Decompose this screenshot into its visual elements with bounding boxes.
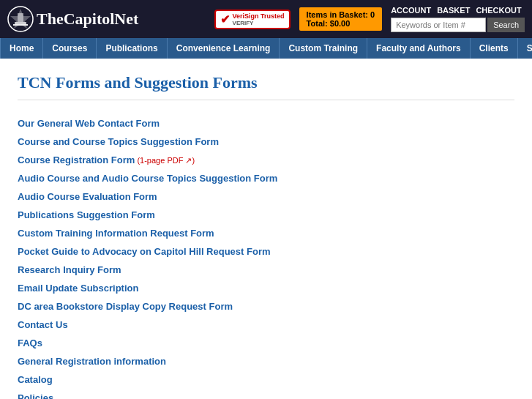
- forms-list: Our General Web Contact FormCourse and C…: [18, 118, 514, 399]
- site-header: TheCapitolNet ✔ VeriSign Trusted VERIFY …: [0, 0, 532, 38]
- list-item: Course Registration Form (1-page PDF ↗): [18, 154, 514, 165]
- form-link-12[interactable]: FAQs: [18, 338, 42, 348]
- list-item: Email Update Subscription: [18, 283, 514, 294]
- list-item: Pocket Guide to Advocacy on Capitol Hill…: [18, 246, 514, 257]
- main-nav: HomeCoursesPublicationsConvenience Learn…: [0, 38, 532, 59]
- list-item: Publications Suggestion Form: [18, 209, 514, 220]
- basket-link[interactable]: BASKET: [437, 6, 470, 15]
- account-link[interactable]: ACCOUNT: [391, 6, 431, 15]
- list-item: Policies: [18, 392, 514, 399]
- main-content: TCN Forms and Suggestion Forms Our Gener…: [0, 59, 532, 399]
- list-item: General Registration information: [18, 356, 514, 367]
- nav-item-home[interactable]: Home: [0, 38, 43, 59]
- form-link-1[interactable]: Course and Course Topics Suggestion Form: [18, 136, 219, 147]
- list-item: Course and Course Topics Suggestion Form: [18, 136, 514, 147]
- verisign-verify: VERIFY: [233, 20, 285, 26]
- nav-item-custom-training[interactable]: Custom Training: [280, 38, 367, 59]
- form-link-2[interactable]: Course Registration Form: [18, 154, 135, 165]
- nav-item-publications[interactable]: Publications: [97, 38, 167, 59]
- basket-line2: Total: $0.00: [307, 19, 375, 28]
- form-link-15[interactable]: Policies: [18, 392, 53, 399]
- form-link-3[interactable]: Audio Course and Audio Course Topics Sug…: [18, 173, 277, 184]
- basket-area[interactable]: Items in Basket: 0 Total: $0.00: [299, 7, 383, 31]
- logo-area[interactable]: TheCapitolNet: [7, 6, 138, 32]
- form-link-0[interactable]: Our General Web Contact Form: [18, 118, 160, 129]
- pdf-label-2: (1-page PDF ↗): [135, 156, 195, 165]
- list-item: DC area Bookstore Display Copy Request F…: [18, 301, 514, 312]
- list-item: Research Inquiry Form: [18, 264, 514, 275]
- nav-item-store[interactable]: Store: [518, 38, 532, 59]
- logo-icon: [7, 6, 34, 32]
- nav-item-courses[interactable]: Courses: [43, 38, 97, 59]
- list-item: Contact Us: [18, 319, 514, 330]
- svg-rect-3: [15, 22, 26, 24]
- form-link-11[interactable]: Contact Us: [18, 319, 68, 330]
- header-links: ACCOUNT BASKET CHECKOUT: [391, 6, 525, 15]
- search-input[interactable]: [391, 18, 486, 32]
- form-link-14[interactable]: Catalog: [18, 374, 53, 385]
- logo-text: TheCapitolNet: [37, 10, 138, 29]
- verisign-badge[interactable]: ✔ VeriSign Trusted VERIFY: [214, 10, 291, 29]
- page-title: TCN Forms and Suggestion Forms: [18, 73, 514, 100]
- verisign-label: VeriSign Trusted: [233, 12, 285, 20]
- nav-item-faculty-and-authors[interactable]: Faculty and Authors: [367, 38, 471, 59]
- nav-item-clients[interactable]: Clients: [471, 38, 518, 59]
- svg-rect-2: [18, 13, 23, 22]
- list-item: FAQs: [18, 338, 514, 348]
- form-link-9[interactable]: Email Update Subscription: [18, 283, 138, 294]
- form-link-10[interactable]: DC area Bookstore Display Copy Request F…: [18, 301, 233, 312]
- svg-rect-4: [13, 24, 28, 26]
- form-link-7[interactable]: Pocket Guide to Advocacy on Capitol Hill…: [18, 246, 271, 257]
- form-link-8[interactable]: Research Inquiry Form: [18, 264, 121, 275]
- list-item: Our General Web Contact Form: [18, 118, 514, 129]
- checkout-link[interactable]: CHECKOUT: [476, 6, 521, 15]
- form-link-4[interactable]: Audio Course Evaluation Form: [18, 191, 157, 202]
- form-link-13[interactable]: General Registration information: [18, 356, 166, 367]
- list-item: Audio Course Evaluation Form: [18, 191, 514, 202]
- verisign-check-icon: ✔: [220, 12, 230, 26]
- search-button[interactable]: Search: [487, 18, 525, 32]
- list-item: Custom Training Information Request Form: [18, 228, 514, 239]
- basket-line1: Items in Basket: 0: [307, 10, 375, 19]
- list-item: Audio Course and Audio Course Topics Sug…: [18, 173, 514, 184]
- list-item: Catalog: [18, 374, 514, 385]
- form-link-5[interactable]: Publications Suggestion Form: [18, 209, 155, 220]
- search-area: Search: [391, 18, 525, 32]
- header-account-area: ACCOUNT BASKET CHECKOUT Search: [391, 6, 525, 32]
- header-right: ✔ VeriSign Trusted VERIFY Items in Baske…: [214, 6, 525, 32]
- nav-item-convenience-learning[interactable]: Convenience Learning: [168, 38, 280, 59]
- form-link-6[interactable]: Custom Training Information Request Form: [18, 228, 214, 239]
